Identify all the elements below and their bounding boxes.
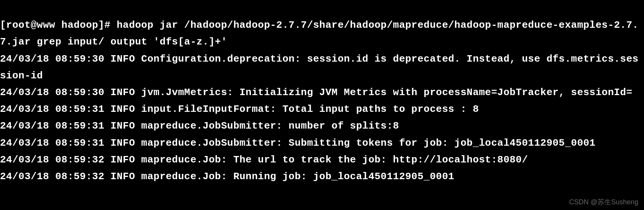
watermark-text: CSDN @苏生Susheng <box>569 196 638 208</box>
terminal-line: 24/03/18 08:59:31 INFO input.FileInputFo… <box>0 103 479 115</box>
terminal-line: [root@www hadoop]# hadoop jar /hadoop/ha… <box>0 19 639 48</box>
terminal-line: 24/03/18 08:59:30 INFO jvm.JvmMetrics: I… <box>0 87 633 98</box>
terminal-line: 24/03/18 08:59:32 INFO mapreduce.Job: Ru… <box>0 171 454 182</box>
terminal-line: 24/03/18 08:59:30 INFO Configuration.dep… <box>0 53 639 81</box>
terminal-line: 24/03/18 08:59:32 INFO mapreduce.Job: Th… <box>0 154 528 165</box>
terminal-line: 24/03/18 08:59:31 INFO mapreduce.JobSubm… <box>0 137 596 149</box>
terminal-line: 24/03/18 08:59:31 INFO mapreduce.JobSubm… <box>0 120 399 132</box>
terminal-output: [root@www hadoop]# hadoop jar /hadoop/ha… <box>0 0 644 185</box>
